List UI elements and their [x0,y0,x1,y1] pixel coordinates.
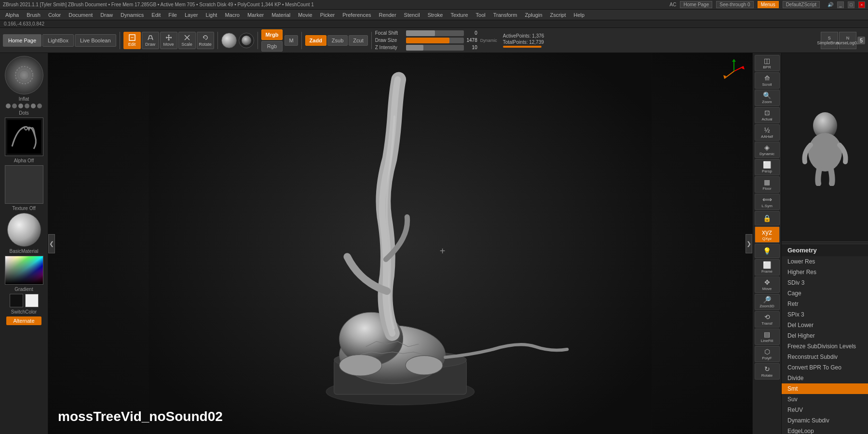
menus-btn[interactable]: Menus [758,1,779,8]
tab-lightbox[interactable]: LightBox [42,34,74,47]
menu-item-texture[interactable]: Texture [447,11,471,19]
menu-item-del-higher[interactable]: Del Higher [782,330,868,341]
quicksave-btn[interactable]: Home Page [680,1,712,8]
menu-item-brush[interactable]: Brush [23,11,44,19]
focal-shift-track[interactable] [406,30,464,36]
view-btn-transf[interactable]: ⟲Transf [755,311,780,328]
tab-liveboolean[interactable]: Live Boolean [75,34,116,47]
menu-item-dynamic-subdiv[interactable]: Dynamic Subdiv [782,415,868,426]
right-nav-arrow[interactable]: ❯ [746,234,752,253]
view-btn-actual[interactable]: ⊡Actual [755,107,780,123]
rgb-btn[interactable]: Rgb [261,41,283,52]
view-btn-lsym[interactable]: ⟺L.Sym [755,194,780,210]
menu-item-layer[interactable]: Layer [181,11,202,19]
menu-item-convert-bpr-to-geo[interactable]: Convert BPR To Geo [782,362,868,373]
zcut-btn[interactable]: Zcut [349,35,367,46]
mrgb-btn[interactable]: Mrgb [261,29,283,40]
scale-btn[interactable]: Scale [178,32,196,49]
canvas-viewport[interactable]: + [48,53,752,434]
menu-item-material[interactable]: Material [268,11,294,19]
menu-item-light[interactable]: Light [203,11,221,19]
menu-item-freeze-subdivision-levels[interactable]: Freeze SubDivision Levels [782,341,868,352]
menu-item-render[interactable]: Render [376,11,400,19]
menu-item-document[interactable]: Document [65,11,96,19]
menu-item-spix-3[interactable]: SPix 3 [782,309,868,320]
drawsize-track[interactable] [406,38,464,43]
menu-item-smt[interactable]: Smt [782,383,868,394]
view-btn-frame[interactable]: ⬜Frame [755,259,780,276]
menu-item-divide[interactable]: Divide [782,373,868,383]
nurselog-btn[interactable]: N nurseLog03 [839,32,856,49]
black-swatch[interactable] [10,294,23,307]
simplebrush-btn[interactable]: S SimpleBrush [821,32,838,49]
stroke-dots[interactable] [5,104,43,108]
maximize-btn[interactable]: □ [848,1,854,8]
menu-item-file[interactable]: File [165,11,180,19]
view-btn-floor[interactable]: ▦Floor [755,176,780,193]
menu-item-sdiv-3[interactable]: SDiv 3 [782,277,868,288]
edit-btn[interactable]: Edit [123,32,141,49]
close-btn[interactable]: × [858,1,865,8]
menu-item-zscript[interactable]: Zscript [547,11,570,19]
view-btn-polyf[interactable]: ⬡PolyF [755,346,780,362]
menu-item-edit[interactable]: Edit [148,11,164,19]
menu-item-preferences[interactable]: Preferences [339,11,374,19]
defaultzscript-btn[interactable]: DefaultZScript [783,1,820,8]
zintensity-track[interactable] [406,45,464,51]
menu-item-stencil[interactable]: Stencil [401,11,423,19]
menu-item-transform[interactable]: Transform [490,11,521,19]
view-btn-zoom3d[interactable]: 🔎Zoom3D [755,294,780,310]
menu-item-lower-res[interactable]: Lower Res [782,256,868,267]
menu-item-suv[interactable]: Suv [782,394,868,405]
view-btn-qxyz[interactable]: xyzQXyz [755,226,780,243]
menu-item-reconstruct-subdiv[interactable]: Reconstruct Subdiv [782,352,868,362]
view-btn-lock[interactable]: 🔒 [755,211,780,225]
menu-item-tool[interactable]: Tool [473,11,489,19]
menu-item-movie[interactable]: Movie [295,11,315,19]
material-selector[interactable] [221,33,237,48]
menu-item-dynamics[interactable]: Dynamics [117,11,147,19]
menu-item-stroke[interactable]: Stroke [424,11,447,19]
menu-item-cage[interactable]: Cage [782,288,868,299]
view-btn-light2[interactable]: 💡 [755,244,780,258]
view-btn-zoom[interactable]: 🔍Zoom [755,90,780,106]
seethrough-control[interactable]: See-through 0 [716,1,753,8]
view-btn-linefill[interactable]: ▤LineFill [755,329,780,345]
menu-item-higher-res[interactable]: Higher Res [782,267,868,277]
canvas-area[interactable]: + mossTreeVid_noSound02 [48,53,752,434]
rotate-btn[interactable]: Rotate [197,32,214,49]
minimize-btn[interactable]: _ [837,1,844,8]
alternate-btn[interactable]: Alternate [6,316,41,325]
menu-item-picker[interactable]: Picker [317,11,339,19]
menu-item-edgeloop[interactable]: EdgeLoop [782,426,868,434]
menu-item-draw[interactable]: Draw [97,11,116,19]
material-sphere[interactable] [7,213,41,247]
move-btn[interactable]: Move [160,32,177,49]
color-picker[interactable] [5,256,43,285]
view-btn-aahalf[interactable]: ½AAHalf [755,124,780,141]
menu-item-alpha[interactable]: Alpha [2,11,22,19]
menu-item-zplugin[interactable]: Zplugin [521,11,545,19]
zadd-btn[interactable]: Zadd [305,35,326,46]
zsub-btn[interactable]: Zsub [327,35,348,46]
menu-item-macro[interactable]: Macro [221,11,243,19]
menu-item-marker[interactable]: Marker [244,11,267,19]
alpha-preview[interactable] [5,118,43,156]
brush-preview[interactable] [5,56,43,94]
tab-homepage[interactable]: Home Page [3,34,41,47]
menu-item-del-lower[interactable]: Del Lower [782,320,868,330]
view-btn-bpr[interactable]: ◫BPR [755,55,780,71]
view-btn-dynamic[interactable]: ◈Dynamic [755,142,780,158]
view-btn-rotate2[interactable]: ↻Rotate [755,363,780,380]
view-btn-persp[interactable]: ⬜Persp [755,159,780,175]
menu-item-reuv[interactable]: ReUV [782,405,868,415]
left-nav-arrow[interactable]: ❮ [48,234,55,253]
draw-btn[interactable]: Draw [142,32,159,49]
white-swatch[interactable] [25,294,39,307]
menu-item-color[interactable]: Color [45,11,64,19]
texture-preview[interactable] [5,165,43,204]
brush-mode-selector[interactable] [239,33,254,48]
m-btn[interactable]: M [285,35,298,46]
view-btn-scroll[interactable]: ⟰Scroll [755,72,780,89]
view-btn-move[interactable]: ✥Move [755,276,780,293]
